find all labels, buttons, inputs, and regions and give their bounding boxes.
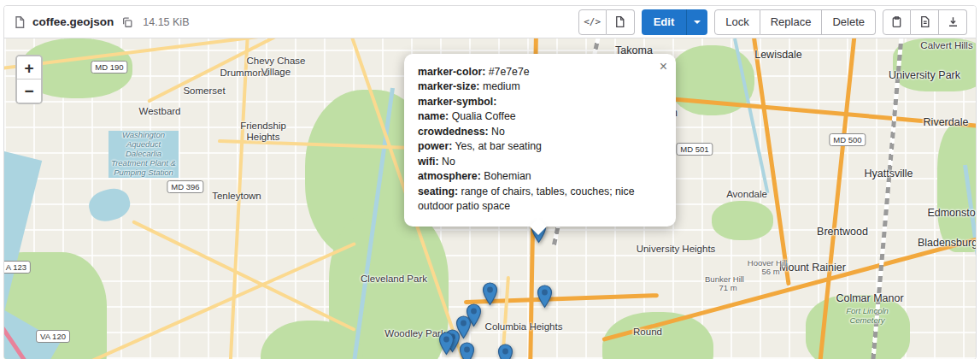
- code-icon: </>: [584, 16, 601, 27]
- park-area: [893, 38, 976, 91]
- file-viewer: coffee.geojson 14.15 KiB </>: [3, 5, 977, 359]
- road-shield: MD 396: [167, 180, 203, 193]
- edit-dropdown-toggle[interactable]: [686, 9, 707, 35]
- clipboard-icon: [890, 15, 903, 28]
- map-place-label: Westbard: [138, 106, 180, 117]
- map-place-label: Columbia Heights: [485, 321, 563, 333]
- marker-pin-icon: [438, 332, 455, 356]
- popup-property: name: Qualia Coffee: [418, 109, 662, 124]
- map-place-label: Calvert Hills: [920, 40, 972, 51]
- popup-properties: marker-color: #7e7e7emarker-size: medium…: [418, 65, 662, 215]
- water-area: [963, 165, 976, 359]
- map-place-label: Somerset: [183, 85, 225, 97]
- marker-pin-icon: [482, 282, 498, 306]
- map-place-label: Hoover Hill: [748, 259, 787, 268]
- water-area: [350, 88, 395, 359]
- file-icon: [13, 15, 26, 29]
- map-place-label: Friendship Heights: [228, 121, 298, 143]
- zoom-out-button[interactable]: −: [17, 79, 41, 103]
- road-shield: VA 120: [36, 330, 70, 343]
- marker-pin-icon: [537, 285, 553, 309]
- popup-property: seating: range of chairs, tables, couche…: [418, 185, 662, 215]
- park-area: [806, 295, 910, 359]
- road-shield: MD 500: [829, 133, 866, 146]
- map-marker[interactable]: [482, 282, 498, 306]
- map-place-label: Round: [633, 327, 662, 338]
- map-place-label: Cleveland Park: [361, 274, 427, 285]
- map-place-label: 56 m: [761, 268, 779, 277]
- map-place-label: Bunker Hill: [705, 275, 744, 285]
- edit-button[interactable]: Edit: [642, 9, 687, 35]
- road-shield: A 123: [4, 261, 31, 274]
- road-shield: MD 501: [676, 143, 713, 156]
- map-place-label: University Heights: [637, 244, 716, 255]
- road-shield: MD 190: [91, 61, 127, 74]
- map-place-label: Hyattsville: [865, 168, 913, 180]
- map-place-label: Bladensburg: [918, 237, 976, 249]
- display-source-button[interactable]: </>: [578, 9, 607, 35]
- popup-property: wifi: No: [418, 155, 662, 169]
- park-area: [937, 124, 976, 252]
- popup-property: marker-size: medium: [418, 79, 662, 94]
- view-toggle-group: </>: [578, 9, 635, 35]
- chevron-down-icon: [694, 21, 701, 27]
- marker-pin-icon: [497, 344, 513, 359]
- water-area: [4, 148, 42, 359]
- park-area: [602, 312, 713, 359]
- water-area: [4, 293, 61, 359]
- road-line: [85, 242, 356, 359]
- road-line: [147, 38, 348, 103]
- park-area: [329, 209, 449, 359]
- map-place-label: Drummond: [220, 68, 269, 79]
- map-place-label: Woodley Park: [384, 328, 445, 339]
- water-area: [85, 185, 133, 225]
- delete-button[interactable]: Delete: [822, 9, 876, 35]
- copy-file-path-button[interactable]: [120, 15, 135, 30]
- map-place-label: 71 m: [719, 284, 736, 293]
- feature-popup: × marker-color: #7e7e7emarker-size: medi…: [404, 54, 676, 227]
- zoom-in-button[interactable]: +: [17, 56, 41, 79]
- lock-button[interactable]: Lock: [714, 9, 760, 35]
- park-area: [4, 252, 107, 359]
- copy-icon: [121, 16, 133, 28]
- map-place-label: Fort Lincoln Cemetery: [832, 307, 902, 326]
- map-canvas[interactable]: MD 190DrummondChevy Chase VillageSomerse…: [4, 38, 976, 359]
- map-place-label: Washington Aqueduct Dalecarlia Treatment…: [109, 131, 179, 178]
- download-icon: [947, 15, 959, 28]
- road-line: [228, 38, 249, 359]
- display-rendered-button[interactable]: [607, 9, 635, 35]
- road-line: [818, 38, 857, 359]
- road-line: [4, 38, 274, 71]
- download-button[interactable]: [939, 9, 967, 35]
- popup-close-button[interactable]: ×: [658, 58, 669, 75]
- file-utility-group: [883, 9, 967, 35]
- map-place-label: Lewisdale: [754, 49, 802, 61]
- popup-property: power: Yes, at bar seating: [418, 139, 662, 154]
- map-marker[interactable]: [459, 342, 475, 359]
- map-place-label: University Park: [889, 69, 960, 81]
- park-area: [712, 201, 773, 240]
- road-line: [751, 38, 791, 285]
- map-place-label: Tenleytown: [212, 191, 261, 202]
- file-size: 14.15 KiB: [143, 16, 189, 28]
- popup-property: marker-symbol:: [418, 95, 662, 109]
- marker-pin-icon: [459, 342, 475, 359]
- road-line: [132, 220, 355, 332]
- map-marker[interactable]: [497, 344, 513, 359]
- map-place-label: Edmonston: [927, 207, 976, 219]
- raw-file-icon: [918, 15, 931, 28]
- file-header: coffee.geojson 14.15 KiB </>: [4, 6, 976, 38]
- file-name: coffee.geojson: [32, 15, 114, 28]
- water-area: [733, 38, 769, 193]
- map-place-label: Brentwood: [817, 226, 868, 238]
- map-place-label: Avondale: [726, 189, 767, 200]
- map-marker[interactable]: [438, 332, 455, 356]
- copy-contents-button[interactable]: [883, 9, 911, 35]
- edit-split-button: Edit: [642, 9, 708, 35]
- document-icon: [613, 15, 626, 28]
- map-place-label: Colmar Manor: [836, 292, 903, 304]
- map-marker[interactable]: [537, 285, 553, 309]
- popup-property: crowdedness: No: [418, 125, 662, 139]
- replace-button[interactable]: Replace: [760, 9, 823, 35]
- open-raw-button[interactable]: [911, 9, 939, 35]
